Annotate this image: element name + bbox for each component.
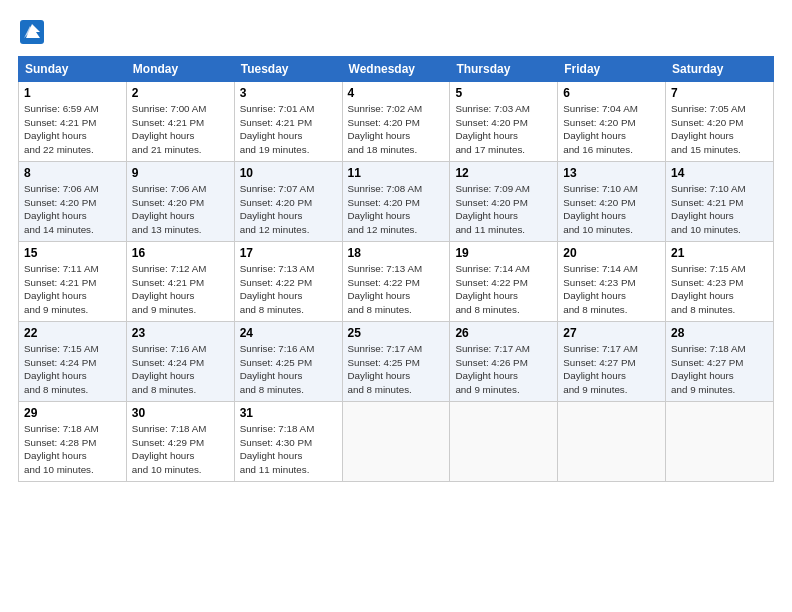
day-number: 16 <box>132 246 229 260</box>
calendar-cell: 9 Sunrise: 7:06 AMSunset: 4:20 PMDayligh… <box>126 162 234 242</box>
day-info: Sunrise: 7:05 AMSunset: 4:20 PMDaylight … <box>671 103 746 155</box>
day-number: 20 <box>563 246 660 260</box>
calendar-cell: 25 Sunrise: 7:17 AMSunset: 4:25 PMDaylig… <box>342 322 450 402</box>
col-header-tuesday: Tuesday <box>234 57 342 82</box>
calendar-cell: 1 Sunrise: 6:59 AMSunset: 4:21 PMDayligh… <box>19 82 127 162</box>
day-info: Sunrise: 7:12 AMSunset: 4:21 PMDaylight … <box>132 263 207 315</box>
day-number: 11 <box>348 166 445 180</box>
day-number: 24 <box>240 326 337 340</box>
calendar-cell: 2 Sunrise: 7:00 AMSunset: 4:21 PMDayligh… <box>126 82 234 162</box>
day-info: Sunrise: 7:14 AMSunset: 4:23 PMDaylight … <box>563 263 638 315</box>
calendar-cell: 20 Sunrise: 7:14 AMSunset: 4:23 PMDaylig… <box>558 242 666 322</box>
day-info: Sunrise: 7:08 AMSunset: 4:20 PMDaylight … <box>348 183 423 235</box>
day-info: Sunrise: 7:15 AMSunset: 4:23 PMDaylight … <box>671 263 746 315</box>
day-number: 4 <box>348 86 445 100</box>
day-number: 22 <box>24 326 121 340</box>
day-number: 19 <box>455 246 552 260</box>
calendar-cell: 10 Sunrise: 7:07 AMSunset: 4:20 PMDaylig… <box>234 162 342 242</box>
day-number: 31 <box>240 406 337 420</box>
calendar-cell: 4 Sunrise: 7:02 AMSunset: 4:20 PMDayligh… <box>342 82 450 162</box>
calendar-cell: 31 Sunrise: 7:18 AMSunset: 4:30 PMDaylig… <box>234 402 342 482</box>
calendar-cell: 17 Sunrise: 7:13 AMSunset: 4:22 PMDaylig… <box>234 242 342 322</box>
calendar-cell: 22 Sunrise: 7:15 AMSunset: 4:24 PMDaylig… <box>19 322 127 402</box>
day-info: Sunrise: 7:18 AMSunset: 4:29 PMDaylight … <box>132 423 207 475</box>
day-number: 27 <box>563 326 660 340</box>
calendar-row-4: 22 Sunrise: 7:15 AMSunset: 4:24 PMDaylig… <box>19 322 774 402</box>
day-number: 17 <box>240 246 337 260</box>
day-number: 6 <box>563 86 660 100</box>
calendar-row-5: 29 Sunrise: 7:18 AMSunset: 4:28 PMDaylig… <box>19 402 774 482</box>
day-info: Sunrise: 7:11 AMSunset: 4:21 PMDaylight … <box>24 263 99 315</box>
day-info: Sunrise: 7:06 AMSunset: 4:20 PMDaylight … <box>24 183 99 235</box>
day-number: 15 <box>24 246 121 260</box>
day-number: 13 <box>563 166 660 180</box>
day-number: 30 <box>132 406 229 420</box>
day-info: Sunrise: 7:06 AMSunset: 4:20 PMDaylight … <box>132 183 207 235</box>
day-number: 29 <box>24 406 121 420</box>
logo <box>18 18 50 46</box>
calendar-cell: 12 Sunrise: 7:09 AMSunset: 4:20 PMDaylig… <box>450 162 558 242</box>
day-number: 10 <box>240 166 337 180</box>
day-info: Sunrise: 7:07 AMSunset: 4:20 PMDaylight … <box>240 183 315 235</box>
calendar-cell: 8 Sunrise: 7:06 AMSunset: 4:20 PMDayligh… <box>19 162 127 242</box>
day-number: 25 <box>348 326 445 340</box>
day-info: Sunrise: 7:17 AMSunset: 4:27 PMDaylight … <box>563 343 638 395</box>
logo-icon <box>18 18 46 46</box>
calendar-cell <box>666 402 774 482</box>
calendar-row-3: 15 Sunrise: 7:11 AMSunset: 4:21 PMDaylig… <box>19 242 774 322</box>
day-info: Sunrise: 7:00 AMSunset: 4:21 PMDaylight … <box>132 103 207 155</box>
day-info: Sunrise: 7:17 AMSunset: 4:26 PMDaylight … <box>455 343 530 395</box>
calendar-cell <box>558 402 666 482</box>
day-info: Sunrise: 7:16 AMSunset: 4:25 PMDaylight … <box>240 343 315 395</box>
calendar-cell: 5 Sunrise: 7:03 AMSunset: 4:20 PMDayligh… <box>450 82 558 162</box>
calendar-cell: 24 Sunrise: 7:16 AMSunset: 4:25 PMDaylig… <box>234 322 342 402</box>
day-number: 23 <box>132 326 229 340</box>
day-number: 5 <box>455 86 552 100</box>
col-header-thursday: Thursday <box>450 57 558 82</box>
calendar-cell: 19 Sunrise: 7:14 AMSunset: 4:22 PMDaylig… <box>450 242 558 322</box>
day-number: 12 <box>455 166 552 180</box>
day-number: 26 <box>455 326 552 340</box>
day-number: 7 <box>671 86 768 100</box>
calendar-header-row: SundayMondayTuesdayWednesdayThursdayFrid… <box>19 57 774 82</box>
header <box>18 18 774 46</box>
col-header-monday: Monday <box>126 57 234 82</box>
calendar-cell: 3 Sunrise: 7:01 AMSunset: 4:21 PMDayligh… <box>234 82 342 162</box>
calendar-row-1: 1 Sunrise: 6:59 AMSunset: 4:21 PMDayligh… <box>19 82 774 162</box>
calendar-cell: 27 Sunrise: 7:17 AMSunset: 4:27 PMDaylig… <box>558 322 666 402</box>
calendar-cell <box>342 402 450 482</box>
day-info: Sunrise: 7:03 AMSunset: 4:20 PMDaylight … <box>455 103 530 155</box>
day-info: Sunrise: 6:59 AMSunset: 4:21 PMDaylight … <box>24 103 99 155</box>
col-header-friday: Friday <box>558 57 666 82</box>
day-info: Sunrise: 7:18 AMSunset: 4:27 PMDaylight … <box>671 343 746 395</box>
calendar-cell: 26 Sunrise: 7:17 AMSunset: 4:26 PMDaylig… <box>450 322 558 402</box>
day-info: Sunrise: 7:01 AMSunset: 4:21 PMDaylight … <box>240 103 315 155</box>
col-header-sunday: Sunday <box>19 57 127 82</box>
day-info: Sunrise: 7:14 AMSunset: 4:22 PMDaylight … <box>455 263 530 315</box>
day-info: Sunrise: 7:18 AMSunset: 4:28 PMDaylight … <box>24 423 99 475</box>
day-info: Sunrise: 7:13 AMSunset: 4:22 PMDaylight … <box>348 263 423 315</box>
day-info: Sunrise: 7:09 AMSunset: 4:20 PMDaylight … <box>455 183 530 235</box>
day-info: Sunrise: 7:13 AMSunset: 4:22 PMDaylight … <box>240 263 315 315</box>
day-number: 28 <box>671 326 768 340</box>
calendar-row-2: 8 Sunrise: 7:06 AMSunset: 4:20 PMDayligh… <box>19 162 774 242</box>
day-info: Sunrise: 7:10 AMSunset: 4:21 PMDaylight … <box>671 183 746 235</box>
day-info: Sunrise: 7:17 AMSunset: 4:25 PMDaylight … <box>348 343 423 395</box>
day-number: 21 <box>671 246 768 260</box>
col-header-saturday: Saturday <box>666 57 774 82</box>
calendar-page: SundayMondayTuesdayWednesdayThursdayFrid… <box>0 0 792 492</box>
calendar-cell: 16 Sunrise: 7:12 AMSunset: 4:21 PMDaylig… <box>126 242 234 322</box>
day-info: Sunrise: 7:16 AMSunset: 4:24 PMDaylight … <box>132 343 207 395</box>
calendar-cell: 29 Sunrise: 7:18 AMSunset: 4:28 PMDaylig… <box>19 402 127 482</box>
calendar-cell: 11 Sunrise: 7:08 AMSunset: 4:20 PMDaylig… <box>342 162 450 242</box>
calendar-cell: 7 Sunrise: 7:05 AMSunset: 4:20 PMDayligh… <box>666 82 774 162</box>
day-number: 9 <box>132 166 229 180</box>
calendar-cell: 21 Sunrise: 7:15 AMSunset: 4:23 PMDaylig… <box>666 242 774 322</box>
calendar-table: SundayMondayTuesdayWednesdayThursdayFrid… <box>18 56 774 482</box>
calendar-cell: 6 Sunrise: 7:04 AMSunset: 4:20 PMDayligh… <box>558 82 666 162</box>
day-info: Sunrise: 7:10 AMSunset: 4:20 PMDaylight … <box>563 183 638 235</box>
day-info: Sunrise: 7:04 AMSunset: 4:20 PMDaylight … <box>563 103 638 155</box>
calendar-cell: 18 Sunrise: 7:13 AMSunset: 4:22 PMDaylig… <box>342 242 450 322</box>
calendar-cell <box>450 402 558 482</box>
day-number: 2 <box>132 86 229 100</box>
